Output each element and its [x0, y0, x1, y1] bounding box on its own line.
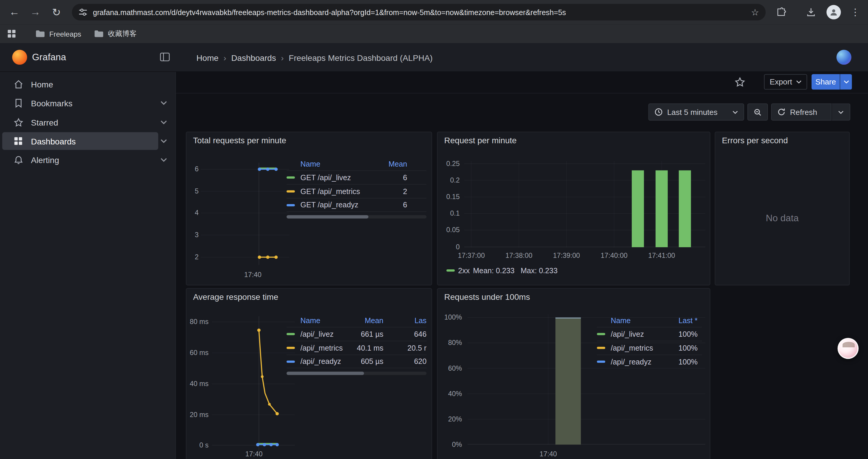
y-tick: 5: [186, 188, 198, 195]
bookmark-star-icon[interactable]: ☆: [751, 7, 759, 18]
series-name[interactable]: GET /api/_metrics: [301, 187, 368, 196]
time-range-picker[interactable]: Last 5 minutes: [649, 103, 744, 121]
bookmark-item[interactable]: 收藏博客: [91, 28, 140, 40]
favorite-star-icon[interactable]: [735, 77, 745, 88]
legend: 2xx Mean: 0.233 Max: 0.233: [446, 265, 557, 276]
legend-header-name[interactable]: Name: [611, 316, 664, 324]
sidebar-item-starred[interactable]: Starred: [2, 113, 158, 131]
series-name[interactable]: /api/_metrics: [611, 344, 664, 352]
share-button[interactable]: Share: [812, 74, 840, 90]
breadcrumb-dashboards[interactable]: Dashboards: [231, 53, 276, 62]
panel-title[interactable]: Total requests per minute: [193, 136, 286, 145]
chevron-down-icon[interactable]: [160, 158, 167, 162]
chevron-down-icon[interactable]: [160, 120, 167, 124]
sidebar-item-label: Bookmarks: [31, 98, 72, 107]
site-settings-icon[interactable]: [79, 8, 88, 17]
y-tick: 60 ms: [186, 349, 209, 357]
y-tick: 80%: [438, 339, 462, 347]
series-last: 646: [383, 330, 427, 338]
x-tick: 17:39:00: [547, 252, 586, 259]
chevron-down-icon[interactable]: [160, 139, 167, 143]
series-color-yellow: [286, 190, 295, 192]
legend-header-name[interactable]: Name: [301, 160, 368, 168]
bookmark-item[interactable]: Freeleaps: [32, 28, 85, 40]
series-last: 620: [383, 357, 427, 366]
y-tick: 0.15: [438, 193, 460, 201]
panel-title[interactable]: Errors per second: [722, 136, 788, 145]
legend-max: Max: 0.233: [521, 266, 557, 275]
sidebar-item-label: Starred: [31, 118, 58, 127]
legend-header-name[interactable]: Name: [301, 316, 350, 324]
series-name[interactable]: /api/_readyz: [301, 357, 350, 366]
browser-toolbar: ← → ↻ grafana.mathmast.com/d/deytv4rwava…: [0, 0, 868, 24]
share-menu-button[interactable]: [840, 74, 852, 90]
refresh-interval-button[interactable]: [831, 103, 850, 121]
breadcrumb-home[interactable]: Home: [196, 53, 219, 62]
sidebar-item-label: Dashboards: [31, 136, 75, 146]
scrollbar-thumb[interactable]: [286, 215, 368, 218]
series-name[interactable]: /api/_livez: [301, 330, 350, 338]
chevron-down-icon: [796, 80, 802, 84]
legend-row: GET /api/_livez 6: [286, 170, 427, 184]
legend-header-last[interactable]: Las: [383, 316, 427, 324]
series-mean: 605 µs: [350, 357, 383, 366]
panel-title[interactable]: Average response time: [193, 292, 278, 302]
sidebar-toggle-icon[interactable]: [160, 53, 170, 61]
refresh-button[interactable]: Refresh: [771, 103, 831, 121]
panel-title[interactable]: Requests under 100ms: [444, 292, 530, 302]
sidebar-item-bookmarks[interactable]: Bookmarks: [2, 94, 158, 112]
avatar-hair: [843, 342, 855, 347]
series-color-blue: [286, 360, 295, 362]
series-color-green: [597, 333, 605, 335]
series-name[interactable]: GET /api/_readyz: [301, 201, 368, 209]
browser-menu-icon[interactable]: ⋮: [846, 3, 864, 21]
legend-row: /api/_metrics 40.1 ms 20.5 r: [286, 340, 427, 355]
back-icon[interactable]: ←: [6, 3, 23, 21]
legend-row: /api/_readyz 100%: [597, 355, 702, 368]
y-tick: 40%: [438, 390, 462, 398]
extensions-icon[interactable]: [772, 3, 790, 21]
series-mean: 40.1 ms: [350, 344, 383, 352]
legend-header-mean[interactable]: Mean: [368, 160, 407, 168]
dashboards-grid-icon: [13, 136, 23, 146]
url-text[interactable]: grafana.mathmast.com/d/deytv4rwavabkb/fr…: [93, 8, 751, 16]
url-bar[interactable]: grafana.mathmast.com/d/deytv4rwavabkb/fr…: [72, 4, 766, 21]
legend-scrollbar[interactable]: [286, 371, 427, 375]
legend-scrollbar[interactable]: [286, 215, 427, 218]
export-button[interactable]: Export: [764, 74, 807, 90]
legend-mean: Mean: 0.233: [473, 266, 515, 275]
sidebar-item-dashboards[interactable]: Dashboards: [2, 132, 158, 150]
y-tick: 80 ms: [186, 318, 209, 326]
star-icon: [13, 117, 23, 127]
reload-icon[interactable]: ↻: [48, 3, 65, 21]
assistant-avatar[interactable]: [838, 338, 859, 359]
zoom-out-button[interactable]: [747, 103, 768, 121]
series-last: 100%: [664, 344, 698, 352]
chevron-down-icon[interactable]: [160, 101, 167, 105]
legend-header-mean[interactable]: Mean: [350, 316, 383, 324]
y-tick: 100%: [438, 314, 462, 321]
grafana-logo[interactable]: [12, 50, 27, 65]
series-mean: 6: [368, 173, 407, 182]
scrollbar-thumb[interactable]: [286, 371, 364, 375]
apps-grid-icon[interactable]: [7, 29, 16, 38]
series-name[interactable]: /api/_livez: [611, 330, 664, 338]
browser-profile-avatar[interactable]: [827, 5, 841, 20]
legend-row: GET /api/_metrics 2: [286, 184, 427, 198]
user-avatar[interactable]: [836, 50, 851, 65]
series-color-yellow: [286, 347, 295, 349]
series-name[interactable]: 2xx: [458, 266, 469, 275]
clock-icon: [654, 108, 663, 116]
download-icon[interactable]: [802, 3, 820, 21]
brand-title[interactable]: Grafana: [32, 43, 66, 72]
legend-header-last[interactable]: Last *: [664, 316, 698, 324]
series-name[interactable]: /api/_readyz: [611, 358, 664, 366]
sidebar-item-alerting[interactable]: Alerting: [2, 151, 158, 169]
series-name[interactable]: /api/_metrics: [301, 344, 350, 352]
sidebar-item-home[interactable]: Home: [2, 75, 158, 93]
series-name[interactable]: GET /api/_livez: [301, 173, 368, 182]
line-chart: [201, 163, 289, 265]
forward-icon[interactable]: →: [27, 3, 44, 21]
series-mean: 6: [368, 201, 407, 209]
panel-title[interactable]: Request per minute: [444, 136, 517, 145]
